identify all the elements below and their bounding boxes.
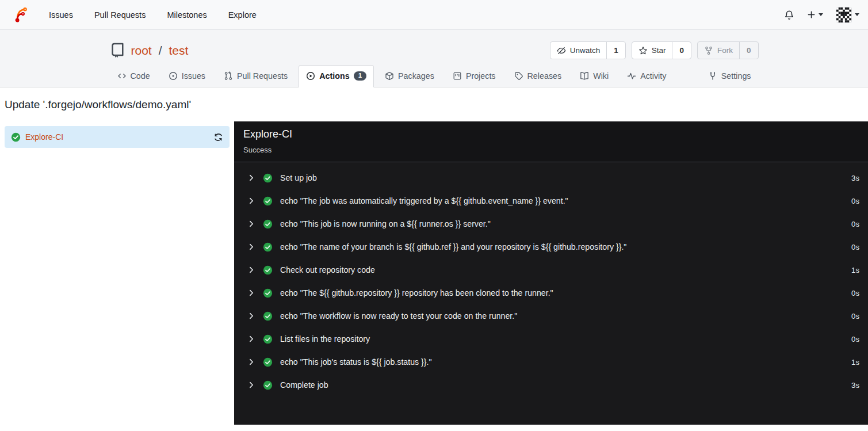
tab-packages[interactable]: Packages bbox=[377, 65, 442, 87]
step-row[interactable]: echo "The name of your branch is ${{ git… bbox=[247, 235, 859, 258]
pulse-icon bbox=[627, 71, 636, 81]
run-view: Explore-CI Explore-CI Success Set up job… bbox=[0, 121, 868, 425]
stars-count[interactable]: 0 bbox=[672, 42, 691, 59]
job-sidebar: Explore-CI bbox=[0, 121, 234, 425]
chevron-right-icon[interactable] bbox=[247, 335, 255, 343]
job-log-header: Explore-CI Success bbox=[234, 121, 868, 162]
nav-item-explore[interactable]: Explore bbox=[228, 10, 257, 20]
step-duration: 1s bbox=[851, 358, 859, 367]
step-name: echo "The job was automatically triggere… bbox=[280, 196, 568, 205]
plus-icon bbox=[807, 10, 816, 19]
create-new-button[interactable] bbox=[807, 10, 823, 19]
repo-tabs-strip: Code Issues Pull Requests Actions 1 P bbox=[0, 65, 868, 87]
actions-count-badge: 1 bbox=[354, 71, 366, 81]
repo-path-separator: / bbox=[159, 44, 162, 58]
step-row[interactable]: Check out repository code 1s bbox=[247, 258, 859, 281]
step-row[interactable]: List files in the repository 0s bbox=[247, 327, 859, 350]
tab-actions[interactable]: Actions 1 bbox=[299, 65, 374, 87]
step-row[interactable]: echo "The ${{ github.repository }} repos… bbox=[247, 281, 859, 304]
chevron-right-icon[interactable] bbox=[247, 243, 255, 251]
step-row[interactable]: Complete job 3s bbox=[247, 373, 859, 396]
job-name-link[interactable]: Explore-CI bbox=[25, 132, 63, 142]
git-pull-request-icon bbox=[224, 71, 233, 81]
step-list: Set up job 3s echo "The job was automati… bbox=[234, 162, 868, 396]
tools-icon bbox=[708, 71, 717, 81]
step-row[interactable]: echo "This job's status is ${{ job.statu… bbox=[247, 350, 859, 373]
chevron-right-icon[interactable] bbox=[247, 174, 255, 182]
avatar bbox=[836, 7, 852, 23]
check-circle-icon bbox=[263, 380, 273, 390]
repo-icon bbox=[110, 43, 125, 58]
nav-item-issues[interactable]: Issues bbox=[49, 10, 73, 20]
book-open-icon bbox=[580, 71, 589, 81]
chevron-right-icon[interactable] bbox=[247, 220, 255, 228]
tab-projects[interactable]: Projects bbox=[445, 65, 503, 87]
tab-activity[interactable]: Activity bbox=[620, 65, 674, 87]
repo-name-link[interactable]: test bbox=[169, 44, 189, 58]
step-row[interactable]: echo "The job was automatically triggere… bbox=[247, 189, 859, 212]
tab-releases[interactable]: Releases bbox=[507, 65, 569, 87]
check-circle-icon bbox=[263, 288, 273, 298]
log-job-status: Success bbox=[243, 146, 859, 154]
chevron-right-icon[interactable] bbox=[247, 266, 255, 274]
check-circle-icon bbox=[263, 334, 273, 344]
step-name: echo "The ${{ github.repository }} repos… bbox=[280, 288, 553, 297]
notifications-button[interactable] bbox=[784, 10, 794, 20]
step-name: echo "This job's status is ${{ job.statu… bbox=[280, 357, 432, 367]
star-button[interactable]: Star bbox=[632, 42, 672, 59]
nav-item-pull-requests[interactable]: Pull Requests bbox=[94, 10, 146, 20]
step-row[interactable]: echo "The workflow is now ready to test … bbox=[247, 304, 859, 327]
step-duration: 0s bbox=[851, 197, 859, 205]
check-circle-icon bbox=[263, 357, 273, 367]
tab-issues[interactable]: Issues bbox=[161, 65, 213, 87]
issue-opened-icon bbox=[169, 71, 178, 81]
tag-icon bbox=[514, 71, 523, 81]
check-circle-icon bbox=[263, 196, 273, 206]
tab-pull-requests[interactable]: Pull Requests bbox=[216, 65, 295, 87]
job-item-explore-ci[interactable]: Explore-CI bbox=[5, 126, 230, 148]
top-navbar: Issues Pull Requests Milestones Explore bbox=[0, 0, 868, 30]
step-name: Complete job bbox=[280, 380, 328, 390]
step-row[interactable]: echo "This job is now running on a ${{ r… bbox=[247, 212, 859, 235]
check-circle-icon bbox=[11, 132, 21, 142]
eye-slash-icon bbox=[557, 46, 566, 55]
step-row[interactable]: Set up job 3s bbox=[247, 166, 859, 189]
chevron-right-icon[interactable] bbox=[247, 312, 255, 320]
unwatch-button[interactable]: Unwatch bbox=[550, 42, 607, 59]
step-name: Set up job bbox=[280, 173, 317, 182]
step-duration: 0s bbox=[851, 312, 859, 321]
step-name: echo "This job is now running on a ${{ r… bbox=[280, 219, 491, 228]
step-name: List files in the repository bbox=[280, 334, 370, 344]
chevron-right-icon[interactable] bbox=[247, 381, 255, 389]
package-icon bbox=[385, 71, 394, 81]
refresh-icon[interactable] bbox=[213, 132, 223, 142]
chevron-right-icon[interactable] bbox=[247, 197, 255, 205]
step-duration: 0s bbox=[851, 335, 859, 344]
step-name: echo "The workflow is now ready to test … bbox=[280, 311, 517, 321]
play-circle-icon bbox=[306, 71, 315, 81]
git-fork-icon bbox=[704, 46, 713, 55]
chevron-right-icon[interactable] bbox=[247, 358, 255, 366]
repo-title: root / test bbox=[110, 43, 189, 58]
user-menu-button[interactable] bbox=[836, 7, 859, 23]
log-job-name: Explore-CI bbox=[243, 128, 859, 140]
fork-button-group: Fork 0 bbox=[697, 41, 759, 59]
step-name: Check out repository code bbox=[280, 265, 375, 274]
tab-settings[interactable]: Settings bbox=[701, 65, 759, 87]
tab-code[interactable]: Code bbox=[110, 65, 158, 87]
tab-wiki[interactable]: Wiki bbox=[572, 65, 616, 87]
step-duration: 0s bbox=[851, 243, 859, 251]
check-circle-icon bbox=[263, 265, 273, 275]
watchers-count[interactable]: 1 bbox=[606, 42, 625, 59]
code-icon bbox=[117, 71, 127, 81]
forgejo-logo[interactable] bbox=[13, 7, 28, 23]
repo-owner-link[interactable]: root bbox=[131, 44, 152, 58]
chevron-right-icon[interactable] bbox=[247, 289, 255, 297]
navbar-right bbox=[784, 7, 859, 23]
step-name: echo "The name of your branch is ${{ git… bbox=[280, 242, 626, 251]
nav-item-milestones[interactable]: Milestones bbox=[167, 10, 207, 20]
check-circle-icon bbox=[263, 173, 273, 183]
chevron-down-icon bbox=[855, 13, 859, 16]
chevron-down-icon bbox=[819, 13, 823, 16]
check-circle-icon bbox=[263, 219, 273, 229]
